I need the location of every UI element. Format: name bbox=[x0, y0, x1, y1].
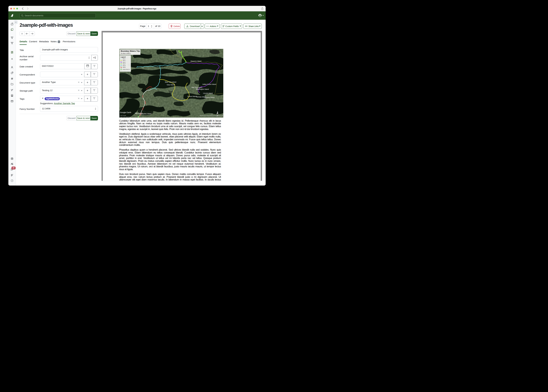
svg-text:Half Dog Island: Half Dog Island bbox=[191, 86, 202, 88]
svg-text:Gary Island: Gary Island bbox=[167, 84, 175, 86]
svg-text:Day 1: Day 1 bbox=[123, 58, 125, 59]
svg-text:Google Earth: Google Earth bbox=[120, 112, 131, 113]
svg-text:Hausons Island: Hausons Island bbox=[191, 60, 202, 62]
svg-text:Canoe Island: Canoe Island bbox=[187, 95, 197, 97]
svg-text:New York Island: New York Island bbox=[165, 81, 176, 83]
svg-text:© 2017 Google: © 2017 Google bbox=[120, 115, 126, 116]
svg-text:Washington Island: Washington Island bbox=[196, 88, 209, 90]
svg-text:Entry Point 24: Entry Point 24 bbox=[123, 69, 130, 70]
svg-text:Day 5: Day 5 bbox=[123, 65, 125, 66]
svg-text:Indian Grave Island: Indian Grave Island bbox=[202, 83, 216, 85]
svg-text:Text: Text bbox=[168, 90, 173, 93]
svg-text:Lincoln Island: Lincoln Island bbox=[203, 92, 213, 94]
svg-text:Day 2: Day 2 bbox=[123, 60, 125, 61]
svg-text:Day 4: Day 4 bbox=[123, 63, 125, 64]
svg-text:Legend: Legend bbox=[121, 56, 125, 58]
svg-text:Day 3: Day 3 bbox=[123, 62, 125, 63]
svg-text:3 mi: 3 mi bbox=[211, 113, 213, 115]
svg-text:Charlies Island: Charlies Island bbox=[141, 113, 151, 115]
svg-text:N: N bbox=[217, 115, 218, 117]
svg-text:Boundary Waters Trip: Boundary Waters Trip bbox=[121, 50, 140, 52]
svg-text:Six days in BWCA: Six days in BWCA bbox=[121, 53, 131, 54]
svg-text:Image © 2017 DigitalGlobe: Image © 2017 DigitalGlobe bbox=[120, 116, 131, 117]
svg-text:Squirrel Island: Squirrel Island bbox=[204, 97, 215, 98]
svg-text:Day 6: Day 6 bbox=[123, 67, 125, 68]
